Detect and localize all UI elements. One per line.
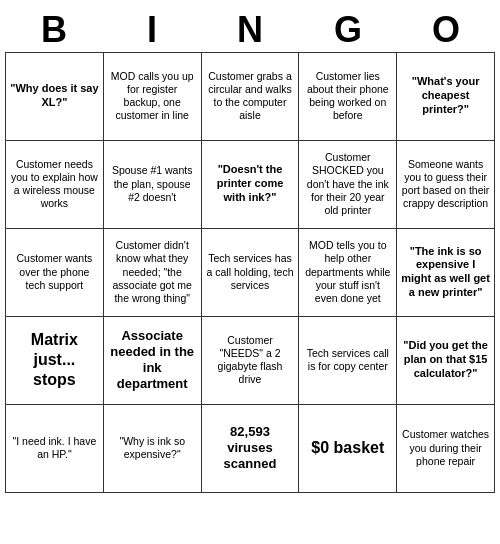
bingo-cell-11: Customer didn't know what they needed; "… (104, 229, 202, 317)
bingo-letter-o: O (397, 8, 495, 52)
bingo-cell-3: Customer lies about their phone being wo… (299, 53, 397, 141)
bingo-letter-i: I (103, 8, 201, 52)
bingo-cell-5: Customer needs you to explain how a wire… (6, 141, 104, 229)
bingo-letter-b: B (5, 8, 103, 52)
bingo-cell-2: Customer grabs a circular and walks to t… (202, 53, 300, 141)
bingo-cell-16: Associate needed in the ink department (104, 317, 202, 405)
bingo-cell-7: "Doesn't the printer come with ink?" (202, 141, 300, 229)
bingo-cell-14: "The ink is so expensive I might as well… (397, 229, 495, 317)
bingo-cell-21: "Why is ink so expensive?" (104, 405, 202, 493)
bingo-cell-19: "Did you get the plan on that $15 calcul… (397, 317, 495, 405)
bingo-cell-6: Spouse #1 wants the plan, spouse #2 does… (104, 141, 202, 229)
bingo-header: BINGO (5, 8, 495, 52)
bingo-cell-4: "What's your cheapest printer?" (397, 53, 495, 141)
bingo-cell-12: Tech services has a call holding, tech s… (202, 229, 300, 317)
bingo-cell-0: "Why does it say XL?" (6, 53, 104, 141)
bingo-grid: "Why does it say XL?"MOD calls you up fo… (5, 52, 495, 493)
bingo-letter-g: G (299, 8, 397, 52)
bingo-cell-10: Customer wants over the phone tech suppo… (6, 229, 104, 317)
bingo-card: BINGO "Why does it say XL?"MOD calls you… (5, 8, 495, 493)
bingo-cell-1: MOD calls you up for register backup, on… (104, 53, 202, 141)
bingo-cell-15: Matrix just... stops (6, 317, 104, 405)
bingo-cell-24: Customer watches you during their phone … (397, 405, 495, 493)
bingo-cell-8: Customer SHOCKED you don't have the ink … (299, 141, 397, 229)
bingo-cell-9: Someone wants you to guess their port ba… (397, 141, 495, 229)
bingo-letter-n: N (201, 8, 299, 52)
bingo-cell-17: Customer "NEEDS" a 2 gigabyte flash driv… (202, 317, 300, 405)
bingo-cell-18: Tech services call is for copy center (299, 317, 397, 405)
bingo-cell-22: 82,593 viruses scanned (202, 405, 300, 493)
bingo-cell-23: $0 basket (299, 405, 397, 493)
bingo-cell-13: MOD tells you to help other departments … (299, 229, 397, 317)
bingo-cell-20: "I need ink. I have an HP." (6, 405, 104, 493)
